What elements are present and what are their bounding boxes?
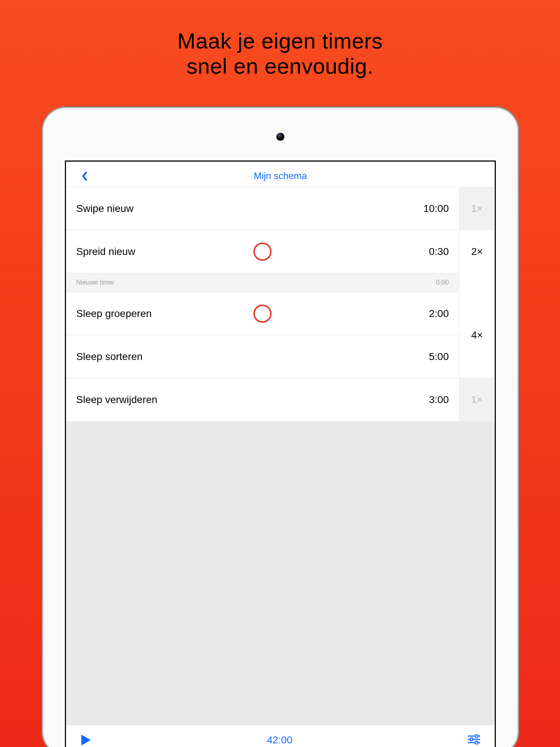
play-icon xyxy=(81,734,92,746)
back-button[interactable] xyxy=(79,171,90,182)
timer-row[interactable]: Swipe nieuw 10:00 1× xyxy=(66,187,495,230)
timer-name: Sleep verwijderen xyxy=(76,394,158,406)
timer-time: 5:00 xyxy=(429,351,449,363)
repeat-count[interactable]: 2× xyxy=(459,230,495,273)
timer-time: 0:00 xyxy=(436,279,449,286)
repeat-count-empty xyxy=(459,273,495,292)
timer-name: Sleep sorteren xyxy=(76,351,143,363)
timer-group: Sleep groeperen 2:00 Sleep sorteren 5:00… xyxy=(66,292,495,378)
promo-line-1: Maak je eigen timers xyxy=(0,28,560,54)
touch-indicator-icon xyxy=(253,305,272,323)
list-empty-area xyxy=(66,421,495,677)
svg-point-5 xyxy=(470,738,473,741)
touch-indicator-icon xyxy=(253,243,272,261)
settings-button[interactable] xyxy=(468,734,480,746)
repeat-count[interactable]: 1× xyxy=(459,378,495,421)
chevron-left-icon xyxy=(82,172,88,181)
play-button[interactable] xyxy=(81,734,92,746)
timer-name: Swipe nieuw xyxy=(76,203,133,214)
timer-time: 0:30 xyxy=(429,246,449,258)
svg-point-4 xyxy=(475,735,478,738)
timer-time: 10:00 xyxy=(423,203,449,214)
svg-point-6 xyxy=(475,741,478,744)
promo-heading: Maak je eigen timers snel en eenvoudig. xyxy=(0,0,560,79)
timer-row[interactable]: Sleep verwijderen 3:00 1× xyxy=(66,378,495,421)
timer-name: Sleep groeperen xyxy=(76,308,152,320)
timer-list: Swipe nieuw 10:00 1× Spreid nieuw 0:30 2… xyxy=(66,187,495,677)
app-screen: Mijn schema Swipe nieuw 10:00 1× Spreid … xyxy=(65,160,496,747)
promo-line-2: snel en eenvoudig. xyxy=(0,54,560,79)
device-camera xyxy=(276,133,284,141)
timer-time: 2:00 xyxy=(429,308,449,320)
timer-row[interactable]: Spreid nieuw 0:30 2× xyxy=(66,230,495,273)
timer-row[interactable]: Sleep groeperen 2:00 xyxy=(66,292,459,335)
new-timer-placeholder[interactable]: Nieuwe timer 0:00 xyxy=(66,273,495,292)
timer-name: Nieuwe timer xyxy=(76,279,114,286)
total-time: 42:00 xyxy=(267,734,292,746)
device-frame: Mijn schema Swipe nieuw 10:00 1× Spreid … xyxy=(42,107,519,747)
nav-title: Mijn schema xyxy=(254,170,307,182)
repeat-count[interactable]: 1× xyxy=(459,187,495,230)
bottom-toolbar: 42:00 xyxy=(66,725,495,747)
timer-row[interactable]: Sleep sorteren 5:00 xyxy=(66,335,459,378)
timer-name: Spreid nieuw xyxy=(76,246,135,258)
repeat-count[interactable]: 4× xyxy=(459,292,495,378)
navbar: Mijn schema xyxy=(66,162,495,187)
timer-time: 3:00 xyxy=(429,394,449,406)
sliders-icon xyxy=(468,734,480,744)
svg-marker-0 xyxy=(81,735,91,746)
